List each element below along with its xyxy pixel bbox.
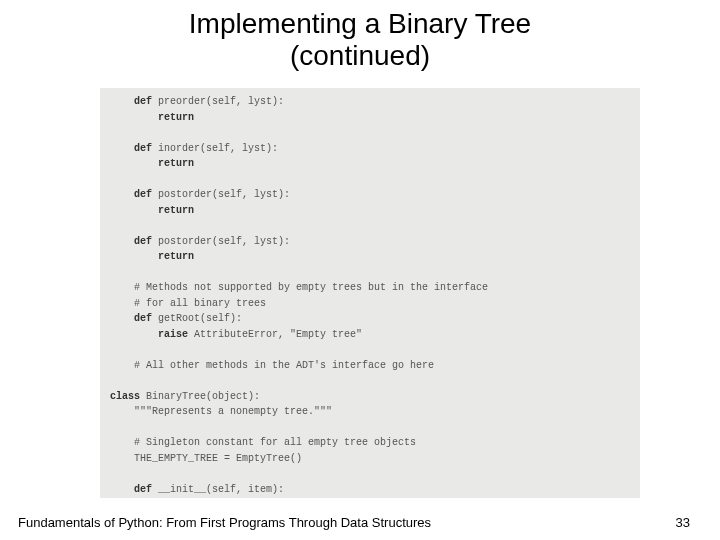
slide-title: Implementing a Binary Tree (continued)	[0, 0, 720, 72]
code-text: postorder(self, lyst):	[158, 236, 290, 247]
kw-return: return	[110, 158, 194, 169]
kw-def: def	[110, 313, 158, 324]
page-number: 33	[676, 515, 690, 530]
code-comment: # for all binary trees	[110, 298, 266, 309]
code-comment: # All other methods in the ADT's interfa…	[110, 360, 434, 371]
kw-def: def	[110, 96, 158, 107]
code-text: inorder(self, lyst):	[158, 143, 278, 154]
title-line-1: Implementing a Binary Tree	[189, 8, 531, 39]
code-docstring: """Represents a nonempty tree."""	[110, 406, 332, 417]
code-text: AttributeError, "Empty tree"	[194, 329, 362, 340]
code-text: BinaryTree(object):	[146, 391, 260, 402]
kw-class: class	[110, 391, 146, 402]
kw-def: def	[110, 236, 158, 247]
code-text: THE_EMPTY_TREE = EmptyTree()	[110, 453, 302, 464]
code-text: preorder(self, lyst):	[158, 96, 284, 107]
footer-text: Fundamentals of Python: From First Progr…	[18, 515, 431, 530]
kw-return: return	[110, 251, 194, 262]
slide: Implementing a Binary Tree (continued) d…	[0, 0, 720, 540]
code-text: postorder(self, lyst):	[158, 189, 290, 200]
code-comment: # Methods not supported by empty trees b…	[110, 282, 488, 293]
kw-def: def	[110, 143, 158, 154]
kw-raise: raise	[110, 329, 194, 340]
code-text: __init__(self, item):	[158, 484, 284, 495]
kw-def: def	[110, 484, 158, 495]
code-text: getRoot(self):	[158, 313, 242, 324]
kw-return: return	[110, 112, 194, 123]
code-comment: # Singleton constant for all empty tree …	[110, 437, 416, 448]
code-listing: def preorder(self, lyst): return def ino…	[100, 88, 640, 498]
kw-def: def	[110, 189, 158, 200]
title-line-2: (continued)	[290, 40, 430, 71]
kw-return: return	[110, 205, 194, 216]
